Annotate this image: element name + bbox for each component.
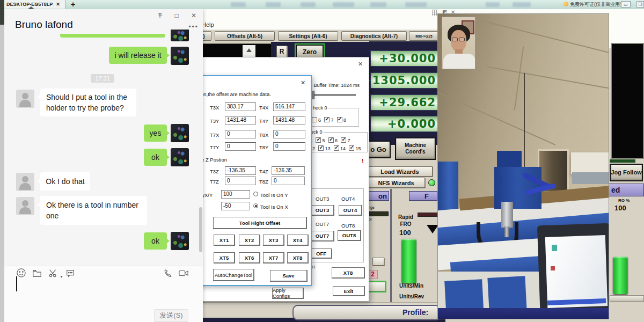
blurred-menu-item[interactable]	[513, 2, 531, 7]
avatar[interactable]	[171, 47, 189, 65]
avatar[interactable]	[16, 173, 34, 191]
file-icon[interactable]	[32, 268, 42, 280]
tab-settings[interactable]: Settings (Alt-6)	[278, 31, 338, 41]
t3z-field[interactable]: -136.35	[225, 166, 256, 175]
video-close-icon[interactable]: ✕	[451, 9, 455, 15]
self-view[interactable]	[442, 17, 475, 69]
save-button[interactable]: Save	[270, 270, 308, 282]
toolbar-window-button[interactable]: ❒	[636, 1, 644, 8]
auto-change-tool-button[interactable]: AutoChangeTool	[213, 269, 254, 281]
tool-on-x-radio[interactable]	[253, 203, 258, 208]
t8z-field[interactable]: 0	[272, 177, 305, 185]
close-icon[interactable]: ✕	[189, 12, 198, 19]
machine-coords-button[interactable]: Machine Coord's	[395, 137, 436, 160]
xt5-button[interactable]: XT5	[214, 252, 235, 264]
blurred-menu-item[interactable]	[301, 2, 316, 7]
minimize-icon[interactable]: –	[156, 12, 165, 19]
avatar[interactable]	[171, 124, 189, 142]
screenshot-scissors-icon[interactable]: ▾	[48, 268, 62, 280]
blurred-menu-item[interactable]	[370, 2, 386, 7]
sro-slider[interactable]	[613, 257, 628, 294]
t8x-field[interactable]: 0	[273, 130, 305, 138]
t7z-field[interactable]: 0	[225, 177, 256, 185]
out3-button[interactable]: OUT3	[311, 205, 334, 216]
t8y-field[interactable]: 0	[273, 142, 305, 151]
ref-button[interactable]: R	[276, 46, 287, 57]
standby-z-field[interactable]: -50	[221, 202, 250, 210]
checkbox-7b[interactable]	[341, 137, 346, 143]
blurred-menu-item[interactable]	[231, 2, 246, 7]
blurred-menu-item[interactable]	[405, 2, 427, 7]
off-button[interactable]: OFF	[311, 248, 332, 259]
t4x-field[interactable]: 516.147	[273, 103, 305, 111]
tab-close-icon[interactable]: ✕	[56, 2, 60, 7]
rapid-fro-value[interactable]: 100	[399, 229, 418, 237]
tool-hight-offset-button[interactable]: Tool Hight Offset	[213, 217, 307, 229]
avatar[interactable]	[16, 197, 34, 215]
to-go-button[interactable]: o Go	[366, 141, 391, 158]
sro-value[interactable]: 100	[614, 204, 626, 212]
avatar[interactable]	[171, 232, 189, 250]
dro-y[interactable]: +1305.000	[370, 72, 438, 89]
t4z-field[interactable]: -136.35	[272, 166, 305, 175]
avatar[interactable]	[171, 30, 189, 41]
blurred-menu-item[interactable]	[266, 2, 281, 7]
scroll-up-icon[interactable]	[246, 48, 252, 52]
xt2-button[interactable]: XT2	[239, 235, 260, 246]
apply-configs-button[interactable]: Apply Configs	[272, 288, 304, 299]
new-tab-button[interactable]: +	[69, 0, 77, 9]
exit-button[interactable]: Exit	[333, 286, 365, 296]
emoji-icon[interactable]	[16, 268, 26, 280]
maximize-icon[interactable]: □	[172, 12, 181, 19]
nfs-wizards-button[interactable]: NFS Wizards	[367, 178, 425, 188]
checkbox-6[interactable]	[312, 117, 317, 122]
checkbox-13[interactable]	[318, 145, 324, 151]
tab-offsets[interactable]: Offsets (Alt-5)	[215, 31, 275, 41]
config-dialog-close-icon[interactable]: ✕	[358, 61, 363, 68]
grid-icon[interactable]	[432, 10, 438, 16]
dro-a[interactable]: +0.000	[370, 116, 438, 132]
checkbox-8[interactable]	[337, 117, 342, 122]
avatar[interactable]	[16, 90, 34, 108]
xt8-action-button[interactable]: XT8	[332, 267, 365, 279]
t7y-field[interactable]: 0	[225, 142, 256, 151]
xt6-button[interactable]: XT6	[239, 252, 260, 264]
xt8-button[interactable]: XT8	[287, 252, 309, 264]
menu-help[interactable]: Help	[202, 21, 214, 28]
tab-diagnostics[interactable]: Diagnostics (Alt-7)	[341, 31, 407, 41]
fro-slider[interactable]	[401, 239, 416, 283]
checkbox-7[interactable]	[324, 117, 330, 122]
avatar[interactable]	[171, 148, 189, 166]
t3y-field[interactable]: 1431.48	[225, 116, 256, 125]
video-call-icon[interactable]	[178, 268, 189, 280]
out8-button[interactable]: OUT8	[338, 230, 361, 241]
checkbox-6b[interactable]	[328, 137, 334, 143]
jog-follow-button[interactable]: Jog Follow	[610, 164, 643, 181]
load-wizards-button[interactable]: Load Wizards	[367, 166, 433, 177]
t4y-field[interactable]: 1431.48	[273, 116, 305, 125]
send-button[interactable]: 发送(S)	[154, 309, 188, 322]
caret-down-icon[interactable]: ▾	[60, 274, 62, 279]
checkbox-14[interactable]	[334, 145, 339, 151]
xt1-button[interactable]: XT1	[214, 235, 235, 246]
t7x-field[interactable]: 0	[225, 130, 256, 138]
tool-on-y-radio[interactable]	[253, 192, 258, 196]
checkbox-5[interactable]	[316, 137, 321, 143]
chat-menu-icon[interactable]: •••	[188, 23, 199, 31]
mini-button[interactable]	[372, 258, 384, 266]
dro-x[interactable]: +30.000	[370, 50, 438, 67]
remote-session-tab[interactable]: DESKTOP-EG5T8LP ✕	[4, 0, 65, 9]
checkbox-15[interactable]	[349, 145, 354, 151]
buffer-slider-track[interactable]	[314, 94, 356, 96]
dro-z[interactable]: +29.662	[370, 94, 438, 111]
xt4-button[interactable]: XT4	[287, 235, 309, 246]
voice-call-icon[interactable]	[163, 268, 173, 280]
t3x-field[interactable]: 383.17	[225, 103, 256, 111]
out7-button[interactable]: OUT7	[311, 231, 334, 241]
standby-xy-field[interactable]: 100	[221, 190, 250, 199]
chat-history-icon[interactable]	[65, 268, 75, 280]
blurred-menu-item[interactable]	[486, 2, 500, 7]
mini-button-green[interactable]	[367, 282, 385, 291]
resize-icon[interactable]: ◩	[442, 9, 447, 15]
tool-dialog-close-icon[interactable]: ✕	[301, 79, 305, 86]
